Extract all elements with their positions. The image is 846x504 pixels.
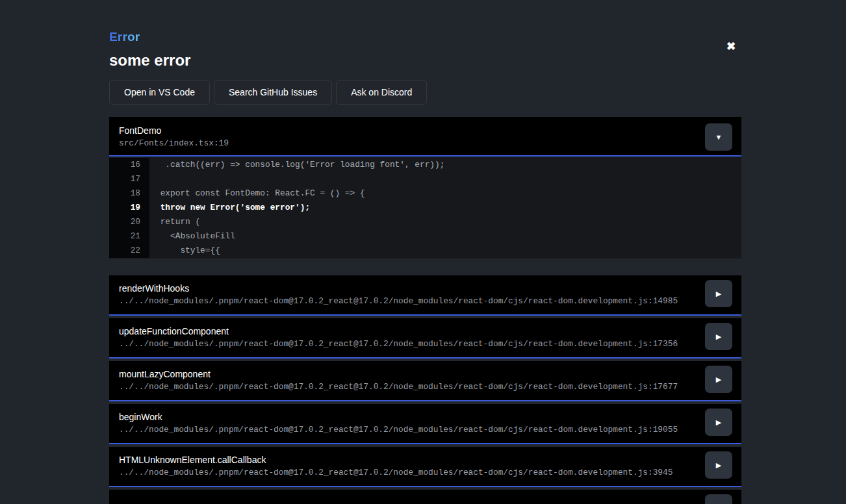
ask-on-discord-button[interactable]: Ask on Discord — [336, 80, 427, 105]
close-button[interactable]: ✖ — [722, 38, 740, 56]
expand-frame-button[interactable]: ▶ — [705, 494, 732, 504]
error-overlay-content: ✖ Error some error Open in VS Code Searc… — [109, 0, 741, 504]
chevron-right-icon: ▶ — [716, 290, 721, 297]
chevron-right-icon: ▶ — [716, 333, 721, 340]
chevron-down-icon: ▼ — [715, 133, 723, 141]
line-number: 21 — [109, 229, 149, 244]
code-frame: 16 .catch((err) => console.log('Error lo… — [109, 157, 741, 258]
stack-frame-partial: ▶ — [109, 490, 741, 504]
frame-path: ../../node_modules/.pnpm/react-dom@17.0.… — [119, 297, 732, 306]
line-number: 22 — [109, 244, 149, 258]
frame-path: ../../node_modules/.pnpm/react-dom@17.0.… — [119, 340, 732, 349]
line-number: 16 — [109, 158, 149, 172]
frame-path: ../../node_modules/.pnpm/react-dom@17.0.… — [119, 468, 732, 477]
stack-frame-mountlazycomponent: mountLazyComponent ../../node_modules/.p… — [109, 361, 741, 401]
code-text: export const FontDemo: React.FC = () => … — [149, 186, 741, 201]
code-text: throw new Error('some error'); — [149, 201, 741, 215]
stack-frame-callcallback: HTMLUnknownElement.callCallback ../../no… — [109, 447, 741, 487]
code-line: 16 .catch((err) => console.log('Error lo… — [109, 158, 741, 172]
stack-frame-updatefunctioncomponent: updateFunctionComponent ../../node_modul… — [109, 318, 741, 359]
error-kicker: Error — [109, 30, 140, 44]
stack-frame-list: renderWithHooks ../../node_modules/.pnpm… — [109, 275, 741, 504]
expanded-stack-frame: FontDemo src/Fonts/index.tsx:19 ▼ 16 .ca… — [109, 117, 741, 258]
expand-frame-button[interactable]: ▶ — [705, 366, 732, 393]
code-line: 22 style={{ — [109, 244, 741, 258]
frame-path: ../../node_modules/.pnpm/react-dom@17.0.… — [119, 383, 732, 392]
code-line-highlighted: 19 throw new Error('some error'); — [109, 201, 741, 215]
frame-title: HTMLUnknownElement.callCallback — [119, 455, 732, 465]
frame-path: ../../node_modules/.pnpm/react-dom@17.0.… — [119, 425, 732, 435]
frame-title: beginWork — [119, 412, 732, 422]
code-line: 20 return ( — [109, 215, 741, 229]
collapse-frame-button[interactable]: ▼ — [705, 123, 732, 151]
open-in-vscode-button[interactable]: Open in VS Code — [109, 80, 210, 105]
line-number: 20 — [109, 215, 149, 229]
line-number: 17 — [109, 172, 149, 186]
close-icon: ✖ — [726, 40, 736, 53]
expand-frame-button[interactable]: ▶ — [705, 409, 732, 436]
frame-path: src/Fonts/index.tsx:19 — [119, 139, 732, 148]
stack-frame-renderwithhooks: renderWithHooks ../../node_modules/.pnpm… — [109, 275, 741, 316]
stack-frame-beginwork: beginWork ../../node_modules/.pnpm/react… — [109, 404, 741, 444]
frame-title: FontDemo — [119, 125, 732, 136]
code-text: .catch((err) => console.log('Error loadi… — [149, 158, 741, 172]
expand-frame-button[interactable]: ▶ — [705, 280, 732, 307]
line-number: 19 — [109, 201, 149, 215]
chevron-right-icon: ▶ — [716, 461, 721, 469]
expand-frame-button[interactable]: ▶ — [705, 451, 732, 479]
action-buttons-row: Open in VS Code Search GitHub Issues Ask… — [109, 80, 741, 105]
code-line: 17 — [109, 172, 741, 186]
expand-frame-button[interactable]: ▶ — [705, 323, 732, 350]
frame-title: mountLazyComponent — [119, 369, 732, 379]
code-text: style={{ — [149, 244, 741, 258]
code-line: 21 <AbsoluteFill — [109, 229, 741, 244]
chevron-right-icon: ▶ — [716, 418, 721, 426]
code-text: <AbsoluteFill — [149, 229, 741, 244]
error-title: some error — [109, 51, 741, 69]
code-text — [149, 172, 741, 186]
code-text: return ( — [149, 215, 741, 229]
search-github-issues-button[interactable]: Search GitHub Issues — [214, 80, 332, 105]
error-overlay: { "overlay": { "kicker": "Error", "title… — [0, 0, 846, 504]
frame-title: renderWithHooks — [119, 283, 732, 294]
chevron-right-icon: ▶ — [716, 375, 721, 383]
frame-title: updateFunctionComponent — [119, 326, 732, 336]
code-line: 18 export const FontDemo: React.FC = () … — [109, 186, 741, 201]
line-number: 18 — [109, 186, 149, 201]
expanded-frame-header: FontDemo src/Fonts/index.tsx:19 ▼ — [109, 117, 741, 157]
